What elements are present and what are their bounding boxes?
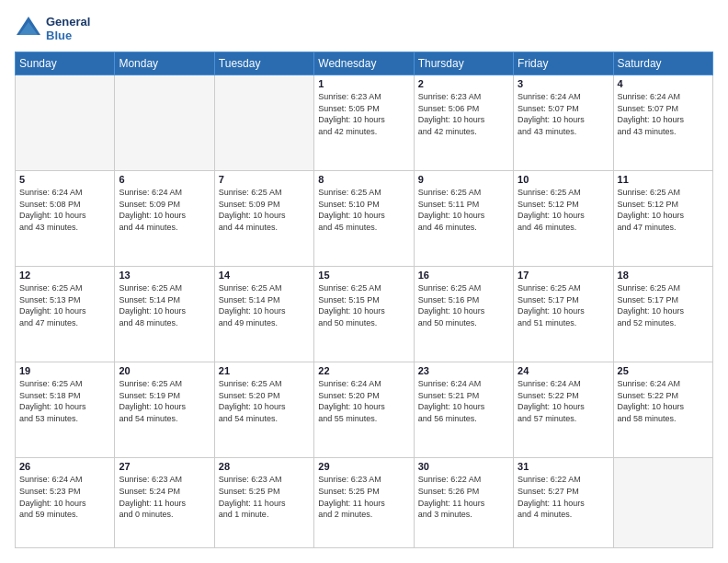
day-number: 14 bbox=[219, 270, 310, 281]
calendar-week-row: 1Sunrise: 6:23 AMSunset: 5:05 PMDaylight… bbox=[16, 75, 713, 171]
day-number: 13 bbox=[119, 270, 210, 281]
logo-icon bbox=[15, 15, 42, 42]
calendar-cell: 27Sunrise: 6:23 AMSunset: 5:24 PMDayligh… bbox=[115, 458, 214, 548]
cell-info: Sunrise: 6:25 AMSunset: 5:19 PMDaylight:… bbox=[119, 378, 210, 424]
day-number: 6 bbox=[119, 174, 210, 185]
cell-info: Sunrise: 6:24 AMSunset: 5:07 PMDaylight:… bbox=[618, 91, 709, 137]
header-monday: Monday bbox=[115, 52, 214, 75]
day-number: 24 bbox=[518, 365, 609, 376]
day-number: 17 bbox=[518, 270, 609, 281]
calendar-cell: 5Sunrise: 6:24 AMSunset: 5:08 PMDaylight… bbox=[16, 171, 115, 267]
header-wednesday: Wednesday bbox=[314, 52, 414, 75]
cell-info: Sunrise: 6:25 AMSunset: 5:12 PMDaylight:… bbox=[618, 187, 709, 233]
calendar-cell: 23Sunrise: 6:24 AMSunset: 5:21 PMDayligh… bbox=[414, 362, 513, 458]
cell-info: Sunrise: 6:24 AMSunset: 5:22 PMDaylight:… bbox=[518, 378, 609, 424]
header-saturday: Saturday bbox=[613, 52, 712, 75]
calendar-cell bbox=[613, 458, 712, 548]
calendar-week-row: 12Sunrise: 6:25 AMSunset: 5:13 PMDayligh… bbox=[16, 267, 713, 362]
day-number: 18 bbox=[618, 270, 709, 281]
calendar-cell: 28Sunrise: 6:23 AMSunset: 5:25 PMDayligh… bbox=[214, 458, 313, 548]
day-number: 26 bbox=[19, 461, 110, 472]
cell-info: Sunrise: 6:25 AMSunset: 5:13 PMDaylight:… bbox=[19, 282, 110, 328]
day-number: 22 bbox=[318, 365, 409, 376]
day-number: 30 bbox=[418, 461, 509, 472]
calendar-cell: 19Sunrise: 6:25 AMSunset: 5:18 PMDayligh… bbox=[16, 362, 115, 458]
cell-info: Sunrise: 6:24 AMSunset: 5:20 PMDaylight:… bbox=[318, 378, 409, 424]
calendar-cell: 30Sunrise: 6:22 AMSunset: 5:26 PMDayligh… bbox=[414, 458, 513, 548]
cell-info: Sunrise: 6:25 AMSunset: 5:14 PMDaylight:… bbox=[119, 282, 210, 328]
calendar-cell: 29Sunrise: 6:23 AMSunset: 5:25 PMDayligh… bbox=[314, 458, 414, 548]
cell-info: Sunrise: 6:24 AMSunset: 5:07 PMDaylight:… bbox=[518, 91, 609, 137]
calendar-cell: 7Sunrise: 6:25 AMSunset: 5:09 PMDaylight… bbox=[214, 171, 313, 267]
calendar-cell bbox=[16, 75, 115, 171]
calendar-cell: 4Sunrise: 6:24 AMSunset: 5:07 PMDaylight… bbox=[613, 75, 712, 171]
day-number: 1 bbox=[318, 78, 409, 89]
cell-info: Sunrise: 6:25 AMSunset: 5:16 PMDaylight:… bbox=[418, 282, 509, 328]
cell-info: Sunrise: 6:23 AMSunset: 5:25 PMDaylight:… bbox=[318, 474, 409, 520]
cell-info: Sunrise: 6:24 AMSunset: 5:22 PMDaylight:… bbox=[618, 378, 709, 424]
day-number: 31 bbox=[518, 461, 609, 472]
cell-info: Sunrise: 6:25 AMSunset: 5:09 PMDaylight:… bbox=[219, 187, 310, 233]
header: General Blue bbox=[15, 15, 713, 42]
calendar-cell: 25Sunrise: 6:24 AMSunset: 5:22 PMDayligh… bbox=[613, 362, 712, 458]
calendar-week-row: 5Sunrise: 6:24 AMSunset: 5:08 PMDaylight… bbox=[16, 171, 713, 267]
calendar-cell: 21Sunrise: 6:25 AMSunset: 5:20 PMDayligh… bbox=[214, 362, 313, 458]
day-number: 25 bbox=[618, 365, 709, 376]
day-number: 20 bbox=[119, 365, 210, 376]
calendar-cell: 20Sunrise: 6:25 AMSunset: 5:19 PMDayligh… bbox=[115, 362, 214, 458]
cell-info: Sunrise: 6:23 AMSunset: 5:24 PMDaylight:… bbox=[119, 474, 210, 520]
calendar-cell: 22Sunrise: 6:24 AMSunset: 5:20 PMDayligh… bbox=[314, 362, 414, 458]
calendar-cell: 31Sunrise: 6:22 AMSunset: 5:27 PMDayligh… bbox=[514, 458, 613, 548]
calendar-cell: 9Sunrise: 6:25 AMSunset: 5:11 PMDaylight… bbox=[414, 171, 513, 267]
cell-info: Sunrise: 6:25 AMSunset: 5:11 PMDaylight:… bbox=[418, 187, 509, 233]
calendar-cell: 10Sunrise: 6:25 AMSunset: 5:12 PMDayligh… bbox=[514, 171, 613, 267]
day-number: 27 bbox=[119, 461, 210, 472]
cell-info: Sunrise: 6:25 AMSunset: 5:17 PMDaylight:… bbox=[618, 282, 709, 328]
day-number: 11 bbox=[618, 174, 709, 185]
calendar-cell: 11Sunrise: 6:25 AMSunset: 5:12 PMDayligh… bbox=[613, 171, 712, 267]
cell-info: Sunrise: 6:25 AMSunset: 5:18 PMDaylight:… bbox=[19, 378, 110, 424]
cell-info: Sunrise: 6:25 AMSunset: 5:20 PMDaylight:… bbox=[219, 378, 310, 424]
calendar-cell: 12Sunrise: 6:25 AMSunset: 5:13 PMDayligh… bbox=[16, 267, 115, 362]
calendar-table: SundayMondayTuesdayWednesdayThursdayFrid… bbox=[15, 52, 713, 548]
calendar-cell: 16Sunrise: 6:25 AMSunset: 5:16 PMDayligh… bbox=[414, 267, 513, 362]
calendar-cell: 17Sunrise: 6:25 AMSunset: 5:17 PMDayligh… bbox=[514, 267, 613, 362]
cell-info: Sunrise: 6:25 AMSunset: 5:15 PMDaylight:… bbox=[318, 282, 409, 328]
header-thursday: Thursday bbox=[414, 52, 513, 75]
day-number: 5 bbox=[19, 174, 110, 185]
header-sunday: Sunday bbox=[16, 52, 115, 75]
day-number: 10 bbox=[518, 174, 609, 185]
calendar-cell: 14Sunrise: 6:25 AMSunset: 5:14 PMDayligh… bbox=[214, 267, 313, 362]
day-number: 4 bbox=[618, 78, 709, 89]
day-number: 7 bbox=[219, 174, 310, 185]
day-number: 2 bbox=[418, 78, 509, 89]
calendar-week-row: 26Sunrise: 6:24 AMSunset: 5:23 PMDayligh… bbox=[16, 458, 713, 548]
cell-info: Sunrise: 6:22 AMSunset: 5:26 PMDaylight:… bbox=[418, 474, 509, 520]
calendar-cell: 3Sunrise: 6:24 AMSunset: 5:07 PMDaylight… bbox=[514, 75, 613, 171]
day-number: 12 bbox=[19, 270, 110, 281]
day-number: 8 bbox=[318, 174, 409, 185]
page: General Blue SundayMondayTuesdayWednesda… bbox=[0, 0, 728, 563]
calendar-week-row: 19Sunrise: 6:25 AMSunset: 5:18 PMDayligh… bbox=[16, 362, 713, 458]
cell-info: Sunrise: 6:23 AMSunset: 5:25 PMDaylight:… bbox=[219, 474, 310, 520]
day-number: 28 bbox=[219, 461, 310, 472]
calendar-cell: 1Sunrise: 6:23 AMSunset: 5:05 PMDaylight… bbox=[314, 75, 414, 171]
day-number: 21 bbox=[219, 365, 310, 376]
calendar-cell: 15Sunrise: 6:25 AMSunset: 5:15 PMDayligh… bbox=[314, 267, 414, 362]
day-number: 29 bbox=[318, 461, 409, 472]
cell-info: Sunrise: 6:24 AMSunset: 5:08 PMDaylight:… bbox=[19, 187, 110, 233]
day-number: 16 bbox=[418, 270, 509, 281]
calendar-cell: 26Sunrise: 6:24 AMSunset: 5:23 PMDayligh… bbox=[16, 458, 115, 548]
cell-info: Sunrise: 6:25 AMSunset: 5:17 PMDaylight:… bbox=[518, 282, 609, 328]
cell-info: Sunrise: 6:25 AMSunset: 5:14 PMDaylight:… bbox=[219, 282, 310, 328]
calendar-cell bbox=[115, 75, 214, 171]
cell-info: Sunrise: 6:23 AMSunset: 5:05 PMDaylight:… bbox=[318, 91, 409, 137]
day-number: 3 bbox=[518, 78, 609, 89]
day-number: 19 bbox=[19, 365, 110, 376]
calendar-cell: 2Sunrise: 6:23 AMSunset: 5:06 PMDaylight… bbox=[414, 75, 513, 171]
calendar-cell: 8Sunrise: 6:25 AMSunset: 5:10 PMDaylight… bbox=[314, 171, 414, 267]
calendar-cell: 6Sunrise: 6:24 AMSunset: 5:09 PMDaylight… bbox=[115, 171, 214, 267]
cell-info: Sunrise: 6:25 AMSunset: 5:12 PMDaylight:… bbox=[518, 187, 609, 233]
day-number: 15 bbox=[318, 270, 409, 281]
day-number: 23 bbox=[418, 365, 509, 376]
